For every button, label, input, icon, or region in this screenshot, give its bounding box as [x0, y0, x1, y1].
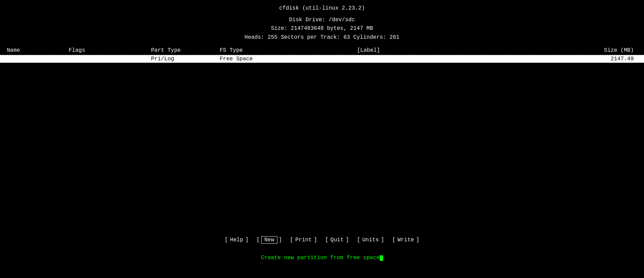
menu-write-label: Write	[395, 237, 416, 243]
size-info: Size: 2147483648 bytes, 2147 MB	[0, 24, 644, 33]
col-header-fstype: FS Type	[220, 47, 357, 53]
table-row[interactable]: Pri/Log Free Space 2147.49	[0, 55, 644, 63]
menu-bar: [ Help ] [ New ] [ Print ] [ Quit ] [ Un…	[0, 236, 644, 244]
header: cfdisk (util-linux 2.23.2) Disk Drive: /…	[0, 0, 644, 42]
cursor	[380, 255, 383, 261]
status-message: Create new partition from free space	[261, 255, 380, 261]
menu-print-label: Print	[293, 237, 314, 243]
row-flags	[69, 56, 151, 62]
menu-item-write[interactable]: [ Write ]	[392, 237, 419, 243]
app-title: cfdisk (util-linux 2.23.2)	[0, 4, 644, 13]
status-bar: Create new partition from free space	[0, 255, 644, 261]
col-header-size: Size (MB)	[568, 47, 637, 53]
col-header-parttype: Part Type	[151, 47, 220, 53]
menu-item-units[interactable]: [ Units ]	[357, 237, 384, 243]
menu-quit-label: Quit	[329, 237, 346, 243]
menu-new-label: New	[261, 236, 277, 244]
row-fstype: Free Space	[220, 56, 357, 62]
menu-item-help[interactable]: [ Help ]	[225, 237, 249, 243]
partition-table: Name Flags Part Type FS Type [Label] Siz…	[0, 47, 644, 63]
geometry-info: Heads: 255 Sectors per Track: 63 Cylinde…	[0, 33, 644, 42]
row-name	[7, 56, 69, 62]
table-header-row: Name Flags Part Type FS Type [Label] Siz…	[0, 47, 644, 53]
row-parttype: Pri/Log	[151, 56, 220, 62]
menu-help-label: Help	[228, 237, 245, 243]
disk-drive: Disk Drive: /dev/sdc	[0, 16, 644, 25]
menu-units-label: Units	[360, 237, 381, 243]
menu-item-new[interactable]: [ New ]	[256, 236, 282, 244]
row-size: 2147.49	[568, 56, 637, 62]
col-header-flags: Flags	[69, 47, 151, 53]
menu-item-quit[interactable]: [ Quit ]	[325, 237, 349, 243]
col-header-label: [Label]	[357, 47, 568, 53]
row-label	[357, 56, 568, 62]
terminal-screen: cfdisk (util-linux 2.23.2) Disk Drive: /…	[0, 0, 644, 278]
col-header-name: Name	[7, 47, 69, 53]
menu-item-print[interactable]: [ Print ]	[290, 237, 317, 243]
